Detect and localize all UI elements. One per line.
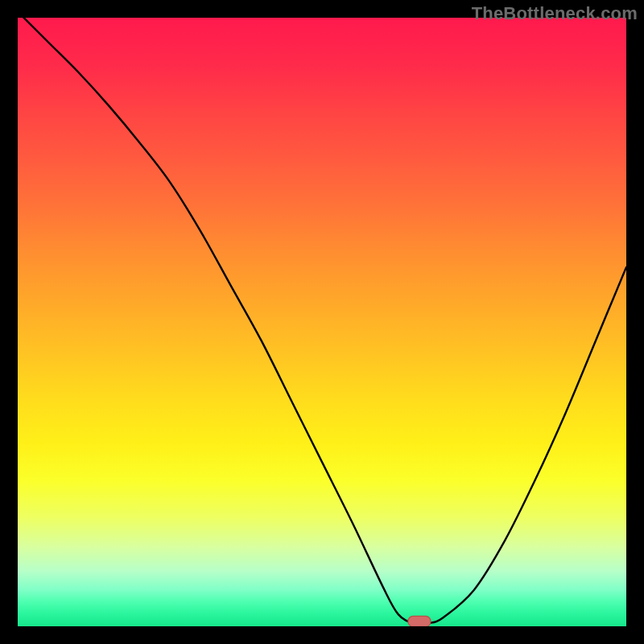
bottleneck-chart: TheBottleneck.com [0,0,644,644]
curve-layer [18,18,626,626]
bottleneck-curve [18,18,626,624]
watermark-text: TheBottleneck.com [472,3,638,24]
min-marker [408,616,431,626]
plot-area [18,18,626,626]
